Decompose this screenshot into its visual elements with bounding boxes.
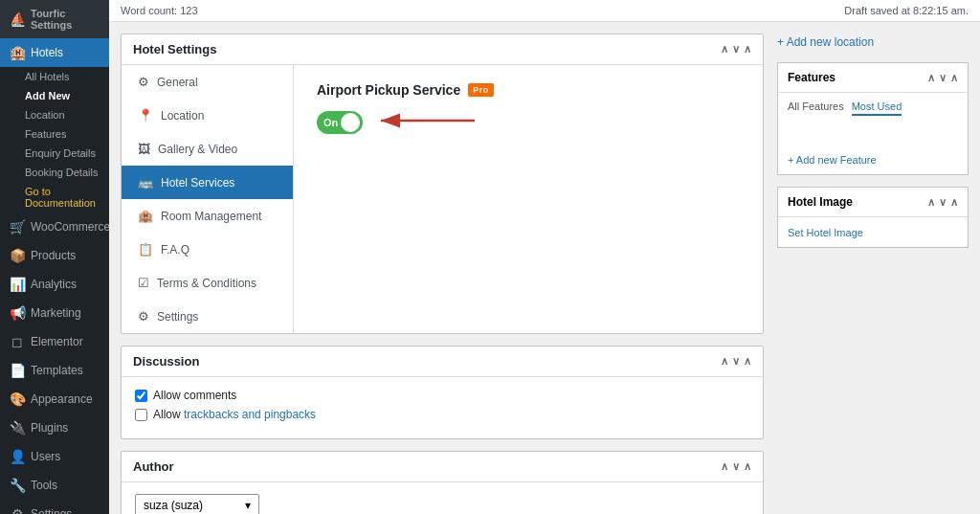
main-content: Word count: 123 Draft saved at 8:22:15 a…	[109, 0, 980, 514]
sidebar-item-analytics[interactable]: 📊 Analytics	[0, 270, 109, 299]
sidebar-item-tourfic-settings[interactable]: ⛵ Tourfic Settings	[0, 0, 109, 38]
sidebar: ⛵ Tourfic Settings 🏨 Hotels All Hotels A…	[0, 0, 109, 514]
sidebar-item-hotels[interactable]: 🏨 Hotels	[0, 38, 109, 67]
author-box: Author ∧ ∨ ∧ suza (suza) ▾	[121, 451, 764, 514]
hotel-menu-room-management[interactable]: 🏨 Room Management	[122, 199, 293, 233]
sidebar-sub-add-new[interactable]: Add New	[0, 86, 109, 105]
sidebar-sub-enquiry-details[interactable]: Enquiry Details	[0, 144, 109, 163]
hotel-menu-location[interactable]: 📍 Location	[122, 99, 293, 132]
sidebar-sub-all-hotels[interactable]: All Hotels	[0, 67, 109, 86]
hotel-image-full-icon[interactable]: ∧	[950, 196, 958, 209]
sidebar-item-tools[interactable]: 🔧 Tools	[0, 471, 109, 500]
allow-trackbacks-checkbox[interactable]	[135, 409, 147, 421]
pro-badge: Pro	[468, 83, 494, 97]
discussion-header: Discussion ∧ ∨ ∧	[122, 346, 763, 377]
allow-comments-label: Allow comments	[153, 389, 236, 402]
hotel-image-panel: Hotel Image ∧ ∨ ∧ Set Hotel Image	[777, 187, 969, 248]
faq-icon: 📋	[138, 242, 153, 257]
sidebar-item-appearance[interactable]: 🎨 Appearance	[0, 385, 109, 413]
hotel-services-icon: 🚌	[138, 175, 153, 190]
allow-comments-row: Allow comments	[135, 389, 749, 402]
sidebar-item-templates[interactable]: 📄 Templates	[0, 356, 109, 385]
tourfic-icon: ⛵	[10, 11, 25, 27]
author-full-icon[interactable]: ∧	[744, 460, 751, 473]
tab-most-used[interactable]: Most Used	[852, 101, 902, 116]
discussion-up-icon[interactable]: ∧	[721, 355, 728, 368]
hotel-menu: ⚙ General 📍 Location 🖼 Gallery & Video	[122, 65, 294, 333]
arrow-indicator	[369, 106, 484, 135]
settings-icon: ⚙	[10, 506, 25, 514]
features-down-icon[interactable]: ∨	[939, 72, 947, 84]
allow-trackbacks-label: Allow trackbacks and pingbacks	[153, 408, 316, 421]
collapse-full-icon[interactable]: ∧	[744, 43, 751, 56]
features-up-icon[interactable]: ∧	[927, 72, 935, 84]
toggle-switch[interactable]: On	[317, 111, 363, 134]
hotel-content-area: Airport Pickup Service Pro On	[294, 65, 763, 333]
trackbacks-link[interactable]: trackbacks and pingbacks	[184, 408, 316, 421]
author-body: suza (suza) ▾	[122, 482, 763, 514]
add-new-feature-link[interactable]: + Add new Feature	[788, 154, 877, 166]
hotel-menu-general[interactable]: ⚙ General	[122, 65, 293, 99]
users-icon: 👤	[10, 449, 25, 464]
sidebar-item-plugins[interactable]: 🔌 Plugins	[0, 413, 109, 442]
features-controls: ∧ ∨ ∧	[927, 72, 958, 84]
appearance-icon: 🎨	[10, 391, 25, 407]
sidebar-item-woocommerce[interactable]: 🛒 WooCommerce	[0, 212, 109, 241]
hotel-settings-header: Hotel Settings ∧ ∨ ∧	[122, 34, 763, 65]
location-icon: 📍	[138, 108, 153, 123]
sidebar-sub-booking-details[interactable]: Booking Details	[0, 163, 109, 182]
hotel-image-up-icon[interactable]: ∧	[927, 196, 935, 209]
sidebar-item-users[interactable]: 👤 Users	[0, 442, 109, 471]
service-label: Airport Pickup Service Pro	[317, 82, 740, 98]
author-controls: ∧ ∨ ∧	[721, 460, 751, 473]
features-full-icon[interactable]: ∧	[950, 72, 958, 84]
sidebar-item-marketing[interactable]: 📢 Marketing	[0, 299, 109, 327]
discussion-down-icon[interactable]: ∨	[732, 355, 740, 368]
sidebar-sub-features[interactable]: Features	[0, 124, 109, 144]
hotel-menu-settings[interactable]: ⚙ Settings	[122, 300, 293, 333]
hotel-menu-gallery-video[interactable]: 🖼 Gallery & Video	[122, 132, 293, 166]
content-wrapper: Hotel Settings ∧ ∨ ∧ ⚙ General	[109, 22, 980, 514]
products-icon: 📦	[10, 248, 25, 263]
features-panel: Features ∧ ∨ ∧ All Features Most Used + …	[777, 62, 969, 175]
author-down-icon[interactable]: ∨	[732, 460, 740, 473]
settings2-icon: ⚙	[138, 309, 149, 324]
discussion-full-icon[interactable]: ∧	[744, 355, 751, 368]
add-new-location-link[interactable]: + Add new location	[777, 34, 969, 51]
allow-comments-checkbox[interactable]	[135, 390, 147, 402]
templates-icon: 📄	[10, 363, 25, 378]
sidebar-item-elementor[interactable]: ◻ Elementor	[0, 327, 109, 356]
sidebar-sub-location[interactable]: Location	[0, 105, 109, 124]
analytics-icon: 📊	[10, 277, 25, 292]
hotel-menu-faq[interactable]: 📋 F.A.Q	[122, 233, 293, 266]
collapse-down-icon[interactable]: ∨	[732, 43, 740, 56]
toggle-on-label: On	[323, 117, 338, 128]
set-hotel-image-link[interactable]: Set Hotel Image	[788, 227, 863, 238]
hotel-image-header: Hotel Image ∧ ∨ ∧	[778, 188, 968, 217]
author-header: Author ∧ ∨ ∧	[122, 452, 763, 482]
plugins-icon: 🔌	[10, 420, 25, 436]
hotel-settings-panel: Hotel Settings ∧ ∨ ∧ ⚙ General	[121, 34, 764, 514]
tab-all-features[interactable]: All Features	[788, 101, 844, 116]
sidebar-sub-go-to-docs[interactable]: Go to Documentation	[0, 182, 109, 212]
allow-trackbacks-row: Allow trackbacks and pingbacks	[135, 408, 749, 421]
toggle-knob	[341, 113, 360, 132]
panel-controls: ∧ ∨ ∧	[721, 43, 751, 56]
tools-icon: 🔧	[10, 478, 25, 493]
author-dropdown-icon: ▾	[245, 499, 251, 512]
hotel-image-down-icon[interactable]: ∨	[939, 196, 947, 209]
features-tabs: All Features Most Used	[788, 101, 958, 116]
right-sidebar: + Add new location Features ∧ ∨ ∧ All Fe…	[777, 34, 969, 514]
author-select[interactable]: suza (suza) ▾	[135, 494, 259, 514]
word-count: Word count: 123	[121, 5, 198, 16]
discussion-body: Allow comments Allow trackbacks and ping…	[122, 377, 763, 438]
hotel-menu-hotel-services[interactable]: 🚌 Hotel Services	[122, 166, 293, 199]
sidebar-item-products[interactable]: 📦 Products	[0, 241, 109, 270]
discussion-box: Discussion ∧ ∨ ∧ Allow comments	[121, 346, 764, 439]
room-management-icon: 🏨	[138, 209, 153, 223]
collapse-up-icon[interactable]: ∧	[721, 43, 728, 56]
hotel-menu-terms-conditions[interactable]: ☑ Terms & Conditions	[122, 266, 293, 300]
sidebar-item-settings[interactable]: ⚙ Settings	[0, 500, 109, 514]
author-up-icon[interactable]: ∧	[721, 460, 728, 473]
terms-icon: ☑	[138, 276, 149, 290]
